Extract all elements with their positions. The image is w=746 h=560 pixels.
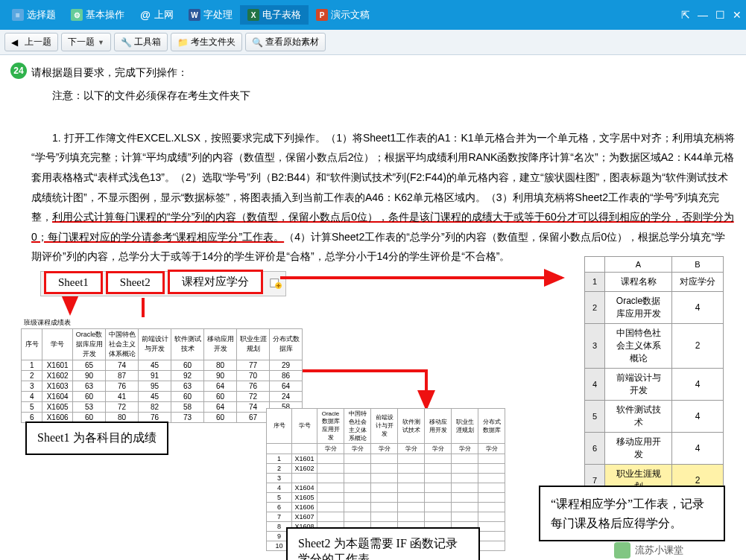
table-row: 2Oracle数据库应用开发4 [584,291,723,323]
instruction-line-2: 注意：以下的文件必须保存在考生文件夹下 [31,86,736,106]
table-row: 3 [267,473,505,483]
table-row: 序号学号Oracle数据库应用开发中国特色社会主义体系概论前端设计与开发软件测试… [267,408,505,443]
ppt-icon: P [316,9,328,21]
gear-icon: ⚙ [71,9,83,21]
table-row: 6移动应用开发4 [584,432,723,464]
tab-basic[interactable]: ⚙基本操作 [63,5,132,25]
watermark: 流苏小课堂 [614,542,683,559]
minimize-button[interactable]: — [698,9,708,21]
table-row: 5X160553728258647458 [22,401,303,412]
arrow-left-icon: ◀ [11,37,22,48]
pin-button[interactable]: ⇱ [681,9,690,21]
table-row: 1课程名称对应学分 [584,272,723,291]
sheet-tab-3[interactable]: 课程对应学分 [168,270,263,294]
table-row: AB [584,256,723,272]
question-paragraph: 1. 打开工作簿文件EXCEL.XLSX，按照要求完成下列操作。（1）将Shee… [31,128,736,267]
sheet-tab-1[interactable]: Sheet1 [44,271,103,294]
new-sheet-icon[interactable] [269,276,282,290]
material-button[interactable]: 🔍查看原始素材 [245,33,326,51]
maximize-button[interactable]: ☐ [715,9,725,21]
word-icon: W [189,9,200,21]
table-row: 2X160290879192907086 [22,370,303,381]
table-row: 序号学号Oracle数据库应用开发中国特色社会主义体系概论前端设计与开发软件测试… [22,328,303,360]
window-buttons: ⇱ — ☐ ✕ [681,9,742,21]
next-button[interactable]: 下一题▼ [61,33,111,51]
table-row: 4X1604 [267,483,505,492]
table-row: 4前端设计与开发4 [584,368,723,400]
annotation-sheet1: Sheet1 为各科目的成绩 [25,421,168,455]
title-bar: ≡选择题 ⚙基本操作 @上网 W字处理 X电子表格 P演示文稿 ⇱ — ☐ ✕ [0,0,746,30]
folder-icon: 📁 [177,37,188,48]
watermark-icon [614,542,630,559]
at-icon: @ [139,9,151,21]
close-button[interactable]: ✕ [733,9,742,21]
tools-button[interactable]: 🔧工具箱 [114,33,168,51]
wrench-icon: 🔧 [121,37,131,48]
table-row: 4X160460414560607224 [22,391,303,401]
table-row: 5软件测试技术4 [584,400,723,432]
tab-excel[interactable]: X电子表格 [240,5,309,25]
arrow-1 [55,296,85,319]
tab-choice[interactable]: ≡选择题 [4,5,63,25]
arrow-3 [279,267,577,289]
content-area: 24 请根据题目要求，完成下列操作： 注意：以下的文件必须保存在考生文件夹下 1… [0,55,746,560]
table-row: 7X1607 [267,512,505,521]
table-row: 3X160363769563647664 [22,381,303,391]
table-row: 2X1602 [267,463,505,473]
table-row: 1X1601 [267,454,505,463]
tab-web[interactable]: @上网 [132,5,181,25]
folder-button[interactable]: 📁考生文件夹 [171,33,242,51]
table-row: 5X1605 [267,492,505,502]
excel-icon: X [247,9,259,21]
toolbar: ◀上一题 下一题▼ 🔧工具箱 📁考生文件夹 🔍查看原始素材 [0,30,746,55]
table-row: 1X160165744560807729 [22,360,303,370]
doc-icon: ≡ [12,9,24,21]
question-number: 24 [10,63,27,79]
table-row: 6X1606 [267,502,505,512]
annotation-credits: “课程相应学分”工作表，记录每门课及格后应得学分。 [539,486,725,541]
table-row: 学分学分学分学分学分学分学分 [267,443,505,454]
tab-ppt[interactable]: P演示文稿 [309,5,377,25]
chevron-down-icon: ▼ [98,39,104,46]
prev-button[interactable]: ◀上一题 [4,33,58,51]
sheet-tab-2[interactable]: Sheet2 [106,271,165,294]
search-icon: 🔍 [252,37,262,48]
sheet1-preview-table: 班级课程成绩表 序号学号Oracle数据库应用开发中国特色社会主义体系概论前端设… [21,317,303,423]
annotation-sheet2: Sheet2 为本题需要 IF 函数记录学分的工作表。 [286,527,480,560]
sheet-tab-strip: Sheet1 Sheet2 课程对应学分 [40,271,286,296]
illustration-area: Sheet1 Sheet2 课程对应学分 班级课程成绩表 序号学号Oracle数… [10,270,736,560]
tab-word[interactable]: W字处理 [181,5,240,25]
instruction-line-1: 请根据题目要求，完成下列操作： [31,63,736,83]
table-row: 3中国特色社会主义体系概论2 [584,323,723,368]
